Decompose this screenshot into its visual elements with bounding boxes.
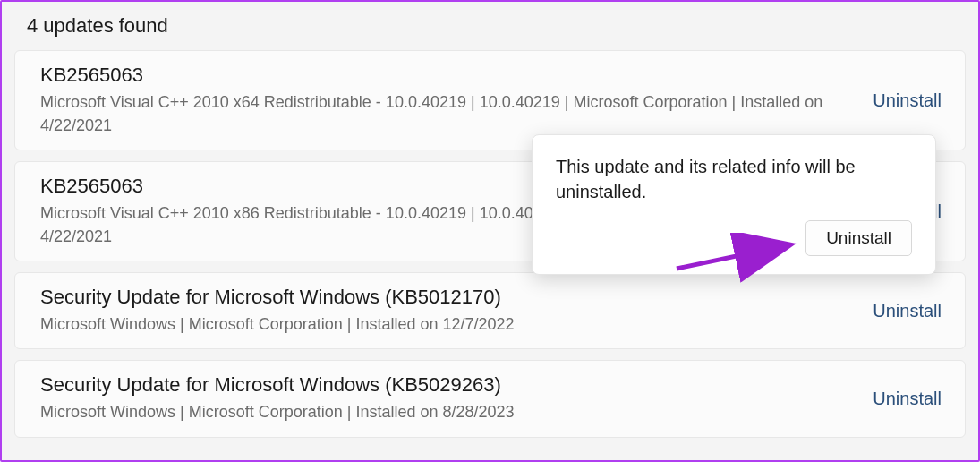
update-subtitle: Microsoft Visual C++ 2010 x64 Redistribu… [40,90,853,137]
uninstall-link[interactable]: Uninstall [871,385,943,413]
uninstall-link[interactable]: Uninstall [871,87,943,115]
updates-found-label: 4 updates found [14,9,966,50]
update-row: Security Update for Microsoft Windows (K… [14,272,966,349]
update-title: Security Update for Microsoft Windows (K… [40,373,853,397]
uninstall-link[interactable]: Uninstall [871,297,943,325]
update-subtitle: Microsoft Windows | Microsoft Corporatio… [40,312,853,336]
update-row: Security Update for Microsoft Windows (K… [14,360,966,437]
update-info: Security Update for Microsoft Windows (K… [40,286,853,336]
update-subtitle: Microsoft Windows | Microsoft Corporatio… [40,400,853,424]
update-info: KB2565063 Microsoft Visual C++ 2010 x64 … [40,64,853,137]
uninstall-confirm-popover: This update and its related info will be… [532,134,936,275]
confirm-uninstall-button[interactable]: Uninstall [805,220,912,256]
update-info: Security Update for Microsoft Windows (K… [40,373,853,424]
update-title: Security Update for Microsoft Windows (K… [40,286,853,309]
update-title: KB2565063 [40,64,853,87]
popover-message: This update and its related info will be… [556,155,912,204]
popover-actions: Uninstall [556,220,912,256]
